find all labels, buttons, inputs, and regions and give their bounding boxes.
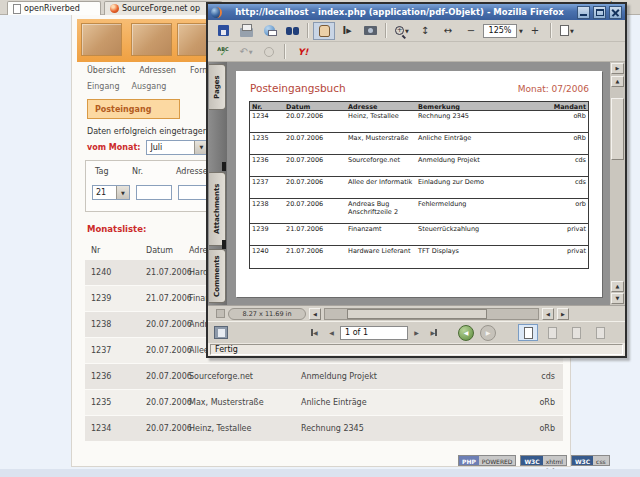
zoom-out-button[interactable]: − [460, 22, 482, 40]
sidebar-tab-attachments[interactable]: Attachments [209, 172, 226, 246]
arrow-right-icon: ▶ [561, 311, 565, 317]
arrow-left-icon: ◀ [313, 329, 318, 336]
next-view-button[interactable]: ▶ [480, 325, 496, 341]
scrollbar-thumb[interactable] [611, 98, 624, 160]
cell-mandant: oRb [544, 133, 588, 154]
cell-nr: 1234 [250, 111, 284, 132]
cell-mandant: oRb [539, 398, 555, 407]
tab-posteingang[interactable]: Posteingang [87, 99, 180, 119]
hscrollbar-thumb[interactable] [347, 309, 487, 319]
print-button[interactable] [235, 22, 257, 40]
previous-view-button[interactable]: ◀ [458, 325, 474, 341]
scroll-down-button[interactable]: ▼ [611, 293, 624, 304]
pdf-navigation-bar: ◀ ◀ ▶ ▶ ◀ ▶ [208, 321, 625, 343]
page-options-button[interactable]: ▼ [556, 22, 578, 40]
arrow-left-icon: ◀ [546, 311, 550, 317]
scroll-up-button[interactable]: ▲ [611, 76, 624, 87]
cell-adresse: Finanzamt [346, 224, 416, 245]
firefox-pdf-window: http://localhost - index.php (applicatio… [206, 2, 627, 358]
nr-input[interactable] [136, 185, 172, 200]
list-header-datum: Datum [146, 246, 173, 255]
cell-bemerkung: Einladung zur Demo [416, 177, 544, 198]
yahoo-icon: Y! [298, 47, 309, 57]
cell-datum: 20.07.2006 [284, 133, 346, 154]
minimize-button[interactable] [577, 6, 590, 19]
page-number-field[interactable] [340, 326, 408, 340]
cell-nr: 1235 [250, 133, 284, 154]
search-button[interactable] [281, 22, 303, 40]
chevron-down-icon[interactable]: ▼ [570, 28, 574, 34]
save-button[interactable] [212, 22, 234, 40]
arrow-left-icon: ◀ [464, 329, 469, 336]
cell-bemerkung: TFT Displays [416, 246, 544, 268]
expand-panel-button[interactable]: ▶ [611, 63, 624, 74]
single-page-icon [524, 327, 533, 339]
pdf-table-row: 1236 20.07.2006 Sourceforge.net Anmeldun… [250, 155, 588, 177]
success-message: Daten erfolgreich eingetragen [87, 127, 208, 136]
subnav-item-ausgang[interactable]: Ausgang [131, 82, 166, 91]
cell-mandant: privat [544, 224, 588, 245]
cell-mandant: orb [544, 199, 588, 223]
horizontal-scrollbar[interactable] [324, 308, 539, 320]
zoom-level-field[interactable]: 125% [483, 24, 517, 38]
pdf-table-row: 1234 20.07.2006 Heinz, Testallee Rechnun… [250, 111, 588, 133]
abc-check-icon: ABC✓ [217, 47, 228, 57]
camera-icon [364, 26, 377, 35]
continuous-view-button[interactable] [542, 324, 562, 341]
maximize-button[interactable] [593, 6, 606, 19]
toolbar-separator [550, 23, 552, 38]
vertical-scrollbar[interactable]: ▶ ▲ ▲ ▼ [610, 62, 625, 305]
col-bemerkung: Bemerkung [416, 102, 544, 110]
fit-width-button[interactable]: ↔ [437, 22, 459, 40]
first-page-button[interactable]: ◀ [306, 325, 323, 340]
nav-item-adressen[interactable]: Adressen [139, 66, 176, 75]
window-title-bar[interactable]: http://localhost - index.php (applicatio… [208, 4, 625, 20]
sidebar-tab-pages[interactable]: Pages [209, 64, 226, 110]
previous-page-button[interactable]: ◀ [323, 325, 340, 340]
browser-tab-sourceforge[interactable]: SourceForge.net op [104, 1, 222, 15]
last-page-button[interactable]: ▶ [425, 325, 442, 340]
fit-width-icon: ↔ [444, 25, 452, 36]
snapshot-tool-button[interactable] [359, 22, 381, 40]
w3c-css-badge[interactable]: W3Ccss [571, 455, 610, 466]
list-header-nr: Nr [91, 246, 100, 255]
yahoo-toolbar-button[interactable]: Y! [290, 43, 316, 61]
zoom-in-tool-button[interactable]: +▼ [391, 22, 413, 40]
continuous-facing-view-button[interactable] [590, 324, 610, 341]
browser-tab-openriverbed[interactable]: openRiverbed [7, 1, 101, 15]
nav-item-uebersicht[interactable]: Übersicht [87, 66, 125, 75]
sidebar-tab-comments[interactable]: Comments [209, 249, 226, 303]
close-button[interactable] [609, 6, 622, 19]
fit-height-button[interactable]: ↕ [414, 22, 436, 40]
disabled-tool-button[interactable] [258, 43, 280, 61]
day-select[interactable]: 21 ▼ [92, 185, 130, 200]
month-select[interactable]: Juli ▼ [146, 140, 208, 155]
cell-nr: 1240 [250, 246, 284, 268]
zoom-in-button[interactable]: + [524, 22, 546, 40]
cell-mandant: cds [541, 372, 555, 381]
php-badge[interactable]: PHPPOWERED [458, 455, 516, 466]
hand-tool-button[interactable] [313, 22, 335, 40]
hscroll-right-button[interactable]: ▶ [557, 308, 569, 320]
cell-datum: 20.07.2006 [146, 346, 192, 355]
chevron-down-icon[interactable]: ▼ [249, 49, 253, 55]
pdf-toolbar-main: I▶ +▼ ↕ ↔ − 125% ▼ + ▼ [208, 20, 625, 42]
w3c-xhtml-badge[interactable]: W3Cxhtml 1.0 [520, 455, 566, 466]
next-page-button[interactable]: ▶ [408, 325, 425, 340]
hscroll-left-button[interactable]: ◀ [309, 308, 321, 320]
single-page-view-button[interactable] [518, 324, 538, 341]
select-tool-button[interactable]: I▶ [336, 22, 358, 40]
subnav-item-eingang[interactable]: Eingang [87, 82, 119, 91]
cell-datum: 20.07.2006 [146, 320, 192, 329]
chevron-down-icon[interactable]: ▼ [116, 186, 129, 199]
spellcheck-button[interactable]: ABC✓ [212, 43, 234, 61]
window-title: http://localhost - index.php (applicatio… [225, 7, 574, 17]
facing-view-button[interactable] [566, 324, 586, 341]
email-button[interactable] [258, 22, 280, 40]
undo-button[interactable]: ↶▼ [235, 43, 257, 61]
layout-mode-icon[interactable] [214, 326, 228, 339]
chevron-down-icon[interactable]: ▼ [519, 28, 523, 34]
scroll-up-page-button[interactable]: ▲ [611, 281, 624, 292]
chevron-down-icon[interactable]: ▼ [405, 28, 409, 34]
hscroll-left-end-button[interactable]: ◀ [542, 308, 554, 320]
